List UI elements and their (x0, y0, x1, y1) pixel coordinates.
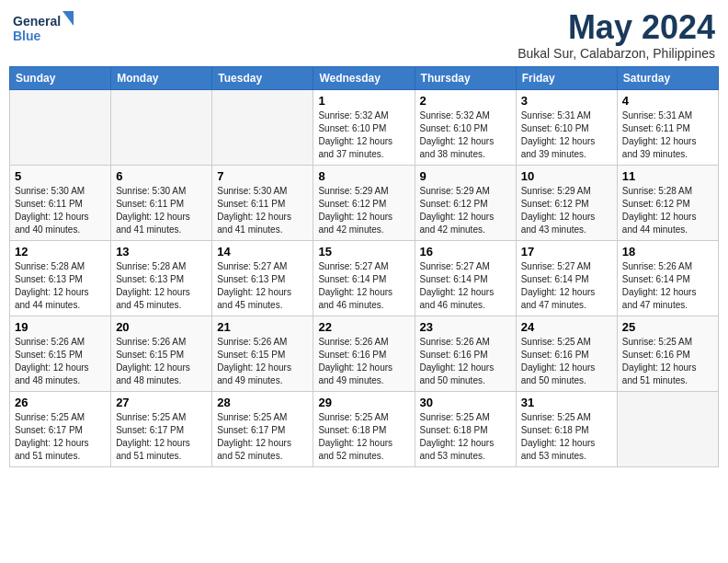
day-detail: Sunrise: 5:25 AMSunset: 6:18 PMDaylight:… (318, 412, 392, 461)
calendar-cell: 1 Sunrise: 5:32 AMSunset: 6:10 PMDayligh… (313, 89, 415, 165)
day-detail: Sunrise: 5:30 AMSunset: 6:11 PMDaylight:… (15, 186, 89, 235)
day-detail: Sunrise: 5:25 AMSunset: 6:18 PMDaylight:… (420, 412, 495, 461)
calendar-cell: 17 Sunrise: 5:27 AMSunset: 6:14 PMDaylig… (516, 240, 617, 316)
day-number: 15 (318, 245, 409, 259)
calendar-cell (212, 89, 313, 165)
calendar-cell: 19 Sunrise: 5:26 AMSunset: 6:15 PMDaylig… (10, 316, 111, 391)
calendar-cell: 18 Sunrise: 5:26 AMSunset: 6:14 PMDaylig… (617, 240, 718, 316)
day-number: 5 (15, 169, 106, 183)
logo: General Blue (13, 9, 77, 50)
day-number: 7 (217, 169, 308, 183)
weekday-header-sunday: Sunday (10, 66, 111, 89)
calendar-week-row: 12 Sunrise: 5:28 AMSunset: 6:13 PMDaylig… (10, 240, 719, 316)
weekday-header-saturday: Saturday (617, 66, 718, 89)
day-detail: Sunrise: 5:29 AMSunset: 6:12 PMDaylight:… (318, 186, 392, 235)
calendar-cell: 14 Sunrise: 5:27 AMSunset: 6:13 PMDaylig… (212, 240, 313, 316)
day-number: 21 (217, 320, 308, 334)
weekday-header-thursday: Thursday (415, 66, 516, 89)
calendar-cell: 10 Sunrise: 5:29 AMSunset: 6:12 PMDaylig… (516, 165, 617, 240)
day-detail: Sunrise: 5:29 AMSunset: 6:12 PMDaylight:… (521, 186, 596, 235)
day-number: 11 (622, 169, 713, 183)
calendar-cell: 8 Sunrise: 5:29 AMSunset: 6:12 PMDayligh… (313, 165, 415, 240)
day-number: 13 (116, 245, 207, 259)
day-number: 31 (521, 396, 612, 409)
svg-text:General: General (13, 14, 61, 29)
calendar-cell: 13 Sunrise: 5:28 AMSunset: 6:13 PMDaylig… (111, 240, 212, 316)
weekday-header-wednesday: Wednesday (313, 66, 415, 89)
calendar-cell: 7 Sunrise: 5:30 AMSunset: 6:11 PMDayligh… (212, 165, 313, 240)
day-detail: Sunrise: 5:26 AMSunset: 6:15 PMDaylight:… (217, 337, 291, 385)
day-detail: Sunrise: 5:25 AMSunset: 6:16 PMDaylight:… (521, 337, 596, 385)
calendar-cell (10, 89, 111, 165)
day-detail: Sunrise: 5:31 AMSunset: 6:10 PMDaylight:… (521, 110, 596, 159)
day-detail: Sunrise: 5:28 AMSunset: 6:13 PMDaylight:… (116, 261, 190, 310)
svg-text:Blue: Blue (13, 29, 41, 43)
calendar-cell: 3 Sunrise: 5:31 AMSunset: 6:10 PMDayligh… (516, 89, 617, 165)
calendar-cell: 12 Sunrise: 5:28 AMSunset: 6:13 PMDaylig… (10, 240, 111, 316)
day-detail: Sunrise: 5:25 AMSunset: 6:17 PMDaylight:… (15, 412, 89, 461)
day-number: 16 (420, 245, 511, 259)
day-number: 4 (622, 94, 713, 108)
day-detail: Sunrise: 5:25 AMSunset: 6:16 PMDaylight:… (622, 337, 697, 385)
calendar-cell: 24 Sunrise: 5:25 AMSunset: 6:16 PMDaylig… (516, 316, 617, 391)
day-detail: Sunrise: 5:30 AMSunset: 6:11 PMDaylight:… (217, 186, 291, 235)
day-detail: Sunrise: 5:26 AMSunset: 6:16 PMDaylight:… (420, 337, 495, 385)
day-detail: Sunrise: 5:25 AMSunset: 6:17 PMDaylight:… (116, 412, 190, 461)
day-number: 27 (116, 396, 207, 409)
day-detail: Sunrise: 5:26 AMSunset: 6:15 PMDaylight:… (116, 337, 190, 385)
day-number: 9 (420, 169, 511, 183)
day-number: 6 (116, 169, 207, 183)
day-detail: Sunrise: 5:30 AMSunset: 6:11 PMDaylight:… (116, 186, 190, 235)
page-header: General Blue May 2024 Bukal Sur, Calabar… (9, 9, 719, 61)
day-detail: Sunrise: 5:26 AMSunset: 6:16 PMDaylight:… (318, 337, 392, 385)
day-number: 17 (521, 245, 612, 259)
calendar-cell: 23 Sunrise: 5:26 AMSunset: 6:16 PMDaylig… (415, 316, 516, 391)
month-title: May 2024 (518, 9, 715, 46)
calendar-cell: 31 Sunrise: 5:25 AMSunset: 6:18 PMDaylig… (516, 391, 617, 466)
logo-icon: General Blue (13, 9, 77, 50)
day-number: 18 (622, 245, 713, 259)
calendar-cell: 29 Sunrise: 5:25 AMSunset: 6:18 PMDaylig… (313, 391, 415, 466)
svg-marker-2 (63, 11, 74, 26)
calendar-week-row: 5 Sunrise: 5:30 AMSunset: 6:11 PMDayligh… (10, 165, 719, 240)
day-detail: Sunrise: 5:32 AMSunset: 6:10 PMDaylight:… (420, 110, 495, 159)
calendar-cell: 2 Sunrise: 5:32 AMSunset: 6:10 PMDayligh… (415, 89, 516, 165)
calendar-cell: 9 Sunrise: 5:29 AMSunset: 6:12 PMDayligh… (415, 165, 516, 240)
day-detail: Sunrise: 5:25 AMSunset: 6:17 PMDaylight:… (217, 412, 291, 461)
day-detail: Sunrise: 5:26 AMSunset: 6:14 PMDaylight:… (622, 261, 697, 310)
day-detail: Sunrise: 5:27 AMSunset: 6:14 PMDaylight:… (420, 261, 495, 310)
day-number: 10 (521, 169, 612, 183)
day-number: 8 (318, 169, 409, 183)
day-detail: Sunrise: 5:26 AMSunset: 6:15 PMDaylight:… (15, 337, 89, 385)
calendar-table: SundayMondayTuesdayWednesdayThursdayFrid… (9, 66, 719, 467)
day-number: 22 (318, 320, 409, 334)
day-number: 20 (116, 320, 207, 334)
day-number: 23 (420, 320, 511, 334)
calendar-cell: 15 Sunrise: 5:27 AMSunset: 6:14 PMDaylig… (313, 240, 415, 316)
day-detail: Sunrise: 5:28 AMSunset: 6:12 PMDaylight:… (622, 186, 697, 235)
calendar-cell: 22 Sunrise: 5:26 AMSunset: 6:16 PMDaylig… (313, 316, 415, 391)
weekday-header-monday: Monday (111, 66, 212, 89)
calendar-cell (111, 89, 212, 165)
title-area: May 2024 Bukal Sur, Calabarzon, Philippi… (518, 9, 715, 61)
calendar-cell: 21 Sunrise: 5:26 AMSunset: 6:15 PMDaylig… (212, 316, 313, 391)
calendar-week-row: 19 Sunrise: 5:26 AMSunset: 6:15 PMDaylig… (10, 316, 719, 391)
calendar-cell: 16 Sunrise: 5:27 AMSunset: 6:14 PMDaylig… (415, 240, 516, 316)
calendar-cell: 26 Sunrise: 5:25 AMSunset: 6:17 PMDaylig… (10, 391, 111, 466)
day-number: 28 (217, 396, 308, 409)
day-detail: Sunrise: 5:27 AMSunset: 6:14 PMDaylight:… (318, 261, 392, 310)
weekday-header-tuesday: Tuesday (212, 66, 313, 89)
calendar-cell: 6 Sunrise: 5:30 AMSunset: 6:11 PMDayligh… (111, 165, 212, 240)
day-number: 3 (521, 94, 612, 108)
weekday-header-friday: Friday (516, 66, 617, 89)
day-number: 30 (420, 396, 511, 409)
day-detail: Sunrise: 5:25 AMSunset: 6:18 PMDaylight:… (521, 412, 596, 461)
day-number: 14 (217, 245, 308, 259)
day-detail: Sunrise: 5:31 AMSunset: 6:11 PMDaylight:… (622, 110, 697, 159)
calendar-cell: 27 Sunrise: 5:25 AMSunset: 6:17 PMDaylig… (111, 391, 212, 466)
day-number: 24 (521, 320, 612, 334)
calendar-cell: 5 Sunrise: 5:30 AMSunset: 6:11 PMDayligh… (10, 165, 111, 240)
location: Bukal Sur, Calabarzon, Philippines (518, 46, 715, 61)
day-number: 2 (420, 94, 511, 108)
calendar-cell: 20 Sunrise: 5:26 AMSunset: 6:15 PMDaylig… (111, 316, 212, 391)
